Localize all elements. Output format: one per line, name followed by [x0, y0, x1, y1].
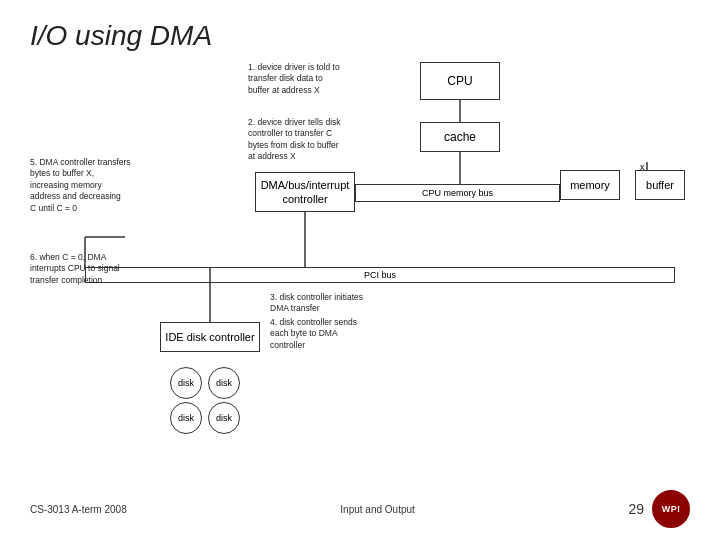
buffer-box: buffer [635, 170, 685, 200]
page-number: 29 [628, 501, 644, 517]
pci-bus: PCI bus [85, 267, 675, 283]
disk-1: disk [170, 367, 202, 399]
note-4: 4. disk controller sends each byte to DM… [270, 317, 400, 351]
footer: CS-3013 A-term 2008 Input and Output 29 … [0, 490, 720, 528]
footer-topic: Input and Output [340, 504, 415, 515]
disk-2: disk [208, 367, 240, 399]
x-label: x [640, 162, 645, 172]
memory-box: memory [560, 170, 620, 200]
footer-course: CS-3013 A-term 2008 [30, 504, 127, 515]
note-3: 3. disk controller initiates DMA transfe… [270, 292, 400, 315]
wpi-logo: WPI [652, 490, 690, 528]
note-5: 5. DMA controller transfers bytes to buf… [30, 157, 148, 214]
note-1: 1. device driver is told to transfer dis… [248, 62, 363, 96]
slide: I/O using DMA CPU cache DMA/bus/interrup… [0, 0, 720, 540]
footer-right: 29 WPI [628, 490, 690, 528]
disk-3: disk [170, 402, 202, 434]
cpu-memory-bus: CPU memory bus [355, 184, 560, 202]
cpu-box: CPU [420, 62, 500, 100]
disk-4: disk [208, 402, 240, 434]
note-6: 6. when C = 0, DMA interrupts CPU to sig… [30, 252, 148, 286]
note-2: 2. device driver tells disk controller t… [248, 117, 368, 163]
dma-box: DMA/bus/interrupt controller [255, 172, 355, 212]
ide-box: IDE disk controller [160, 322, 260, 352]
diagram-area: CPU cache DMA/bus/interrupt controller C… [30, 62, 690, 452]
cache-box: cache [420, 122, 500, 152]
slide-title: I/O using DMA [30, 20, 690, 52]
